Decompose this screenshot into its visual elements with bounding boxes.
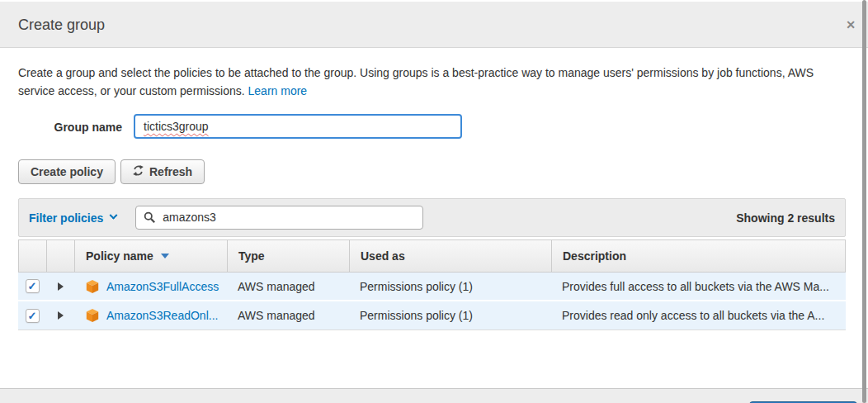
- create-group-modal: Create group ✕ Create a group and select…: [0, 0, 868, 403]
- page-title: Create group: [18, 2, 105, 48]
- table-row[interactable]: ✓ AmazonS3ReadOnl... AWS managed Permiss…: [18, 301, 846, 330]
- policy-cube-icon: [85, 308, 100, 323]
- filter-bar: Filter policies amazons3 Showing 2 resul…: [18, 198, 846, 237]
- policy-search-input[interactable]: amazons3: [135, 206, 423, 230]
- check-icon: ✓: [28, 281, 37, 292]
- policy-description: Provides full access to all buckets via …: [562, 280, 829, 293]
- expand-row-icon[interactable]: [58, 282, 64, 291]
- column-header-used-as[interactable]: Used as: [350, 240, 552, 272]
- filter-policies-dropdown[interactable]: Filter policies: [29, 211, 116, 225]
- search-icon: [144, 211, 156, 224]
- policy-name-link[interactable]: AmazonS3FullAccess: [106, 280, 219, 293]
- column-header-policy-name[interactable]: Policy name: [75, 240, 228, 272]
- refresh-label: Refresh: [149, 165, 192, 178]
- intro-text: Create a group and select the policies t…: [18, 64, 847, 100]
- intro-description: Create a group and select the policies t…: [18, 66, 814, 97]
- policy-used-as: Permissions policy (1): [360, 309, 473, 322]
- sort-desc-icon: [161, 254, 169, 258]
- used-as-header-label: Used as: [361, 249, 405, 263]
- policy-type: AWS managed: [238, 309, 315, 322]
- create-policy-label: Create policy: [31, 165, 103, 178]
- table-row[interactable]: ✓ AmazonS3FullAccess AWS managed Permiss…: [18, 273, 846, 301]
- row-checkbox-checked[interactable]: ✓: [26, 309, 40, 323]
- vertical-scrollbar[interactable]: [862, 0, 866, 403]
- create-policy-button[interactable]: Create policy: [18, 159, 116, 184]
- policy-name-link[interactable]: AmazonS3ReadOnl...: [106, 309, 218, 322]
- policy-cube-icon: [85, 279, 100, 294]
- column-header-description[interactable]: Description: [552, 240, 845, 272]
- policy-type: AWS managed: [238, 280, 315, 293]
- modal-header: Create group ✕: [0, 0, 868, 48]
- column-header-type[interactable]: Type: [228, 240, 350, 272]
- search-value: amazons3: [163, 211, 216, 224]
- filter-policies-label: Filter policies: [29, 211, 103, 225]
- refresh-button[interactable]: Refresh: [120, 159, 205, 184]
- policy-description: Provides read only access to all buckets…: [562, 309, 824, 322]
- policy-used-as: Permissions policy (1): [360, 280, 473, 293]
- description-header-label: Description: [563, 249, 626, 263]
- refresh-icon: [133, 165, 144, 178]
- group-name-value: tictics3group: [144, 120, 209, 133]
- header-checkbox-cell: [19, 240, 47, 272]
- close-icon[interactable]: ✕: [846, 18, 856, 31]
- check-icon: ✓: [28, 311, 37, 321]
- group-name-label: Group name: [0, 121, 122, 134]
- type-header-label: Type: [238, 249, 265, 263]
- results-count: Showing 2 results: [736, 211, 835, 225]
- chevron-down-icon: [110, 211, 118, 220]
- group-name-input[interactable]: tictics3group: [134, 114, 462, 139]
- row-checkbox-checked[interactable]: ✓: [26, 279, 40, 293]
- modal-footer: [0, 388, 868, 403]
- policy-name-header-label: Policy name: [86, 249, 153, 263]
- learn-more-link[interactable]: Learn more: [248, 84, 308, 97]
- policy-table: Policy name Type Used as Description ✓: [18, 239, 846, 330]
- expand-row-icon[interactable]: [58, 311, 64, 320]
- header-expand-cell: [47, 240, 75, 272]
- table-header-row: Policy name Type Used as Description: [18, 239, 846, 273]
